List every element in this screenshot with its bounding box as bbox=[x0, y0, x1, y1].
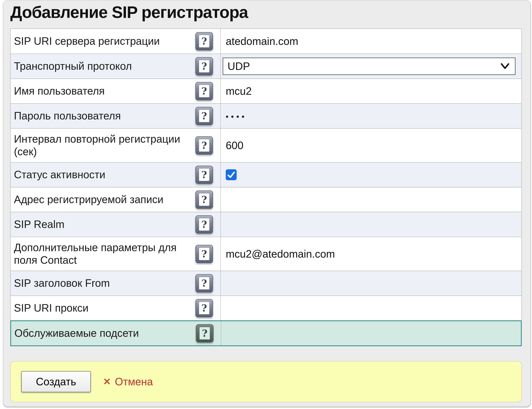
field-label: Дополнительные параметры для поля Contac… bbox=[11, 237, 188, 271]
help-icon[interactable]: ? bbox=[195, 166, 213, 184]
row-transport-protocol: Транспортный протокол ? UDP bbox=[11, 54, 521, 79]
help-icon[interactable]: ? bbox=[195, 32, 213, 50]
question-mark-glyph: ? bbox=[199, 110, 209, 122]
field-label: Интервал повторной регистрации (сек) bbox=[11, 129, 188, 162]
question-mark-glyph: ? bbox=[199, 85, 209, 97]
row-sip-realm: SIP Realm ? bbox=[11, 212, 521, 237]
row-username: Имя пользователя ? mcu2 bbox=[11, 79, 521, 103]
help-icon[interactable]: ? bbox=[195, 299, 213, 317]
active-status-checkbox[interactable] bbox=[226, 169, 237, 180]
field-value: mcu2 bbox=[226, 85, 252, 97]
sip-uri-server-field[interactable]: atedomain.com bbox=[220, 29, 521, 54]
question-mark-glyph: ? bbox=[199, 35, 209, 47]
question-mark-glyph: ? bbox=[199, 248, 209, 260]
cancel-link[interactable]: ✕ Отмена bbox=[103, 376, 153, 387]
create-button[interactable]: Создать bbox=[21, 371, 91, 392]
close-icon: ✕ bbox=[103, 377, 111, 386]
field-label: Имя пользователя bbox=[11, 79, 188, 103]
field-value: mcu2@atedomain.com bbox=[226, 248, 335, 260]
password-dots: •••• bbox=[226, 112, 247, 121]
sip-registrar-form: SIP URI сервера регистрации ? atedomain.… bbox=[10, 28, 522, 346]
help-icon[interactable]: ? bbox=[195, 82, 213, 100]
selected-option: UDP bbox=[228, 60, 250, 72]
page-title: Добавление SIP регистратора bbox=[10, 3, 248, 22]
help-icon[interactable]: ? bbox=[196, 324, 213, 342]
question-mark-glyph: ? bbox=[200, 327, 210, 339]
sip-realm-field[interactable] bbox=[220, 212, 521, 237]
username-field[interactable]: mcu2 bbox=[220, 79, 521, 103]
question-mark-glyph: ? bbox=[199, 139, 209, 152]
help-icon[interactable]: ? bbox=[195, 136, 213, 155]
help-icon[interactable]: ? bbox=[195, 57, 213, 75]
sip-uri-proxy-field[interactable] bbox=[220, 296, 521, 320]
served-subnets-field[interactable] bbox=[221, 321, 521, 345]
row-sip-uri-server: SIP URI сервера регистрации ? atedomain.… bbox=[11, 29, 521, 54]
row-registered-record-address: Адрес регистрируемой записи ? bbox=[11, 187, 521, 212]
field-label: SIP заголовок From bbox=[11, 271, 188, 296]
field-label: SIP Realm bbox=[11, 212, 188, 237]
chevron-down-icon bbox=[501, 63, 509, 69]
help-icon[interactable]: ? bbox=[195, 245, 213, 263]
field-label: Транспортный протокол bbox=[11, 54, 188, 79]
question-mark-glyph: ? bbox=[199, 302, 209, 314]
field-label: Пароль пользователя bbox=[11, 104, 188, 128]
question-mark-glyph: ? bbox=[199, 277, 209, 289]
question-mark-glyph: ? bbox=[199, 60, 209, 72]
help-icon[interactable]: ? bbox=[195, 274, 213, 292]
registered-record-address-field[interactable] bbox=[220, 187, 521, 212]
password-field[interactable]: •••• bbox=[220, 104, 521, 128]
help-icon[interactable]: ? bbox=[195, 107, 213, 125]
row-contact-extra-params: Дополнительные параметры для поля Contac… bbox=[11, 237, 521, 271]
contact-extra-params-field[interactable]: mcu2@atedomain.com bbox=[220, 237, 521, 271]
transport-protocol-select[interactable]: UDP bbox=[223, 58, 515, 75]
actions-bar: Создать ✕ Отмена bbox=[10, 361, 522, 402]
row-served-subnets: Обслуживаемые подсети ? bbox=[10, 320, 522, 346]
help-icon[interactable]: ? bbox=[195, 191, 213, 209]
checkmark-icon bbox=[227, 170, 236, 179]
row-password: Пароль пользователя ? •••• bbox=[11, 103, 521, 128]
question-mark-glyph: ? bbox=[199, 194, 209, 206]
row-reregistration-interval: Интервал повторной регистрации (сек) ? 6… bbox=[11, 128, 521, 162]
row-sip-from-header: SIP заголовок From ? bbox=[11, 271, 521, 296]
field-label: Адрес регистрируемой записи bbox=[11, 187, 188, 212]
field-label: SIP URI сервера регистрации bbox=[11, 29, 188, 54]
question-mark-glyph: ? bbox=[199, 218, 209, 231]
help-icon[interactable]: ? bbox=[195, 215, 213, 233]
field-value: 600 bbox=[226, 139, 243, 152]
field-label: Обслуживаемые подсети bbox=[11, 321, 189, 345]
row-sip-uri-proxy: SIP URI прокси ? bbox=[11, 296, 521, 320]
question-mark-glyph: ? bbox=[199, 169, 209, 181]
field-value: atedomain.com bbox=[226, 35, 298, 47]
field-label: SIP URI прокси bbox=[11, 296, 188, 320]
sip-from-header-field[interactable] bbox=[220, 271, 521, 296]
field-label: Статус активности bbox=[11, 163, 188, 187]
reregistration-interval-field[interactable]: 600 bbox=[220, 129, 521, 162]
row-active-status: Статус активности ? bbox=[11, 162, 521, 187]
cancel-label: Отмена bbox=[115, 376, 153, 387]
